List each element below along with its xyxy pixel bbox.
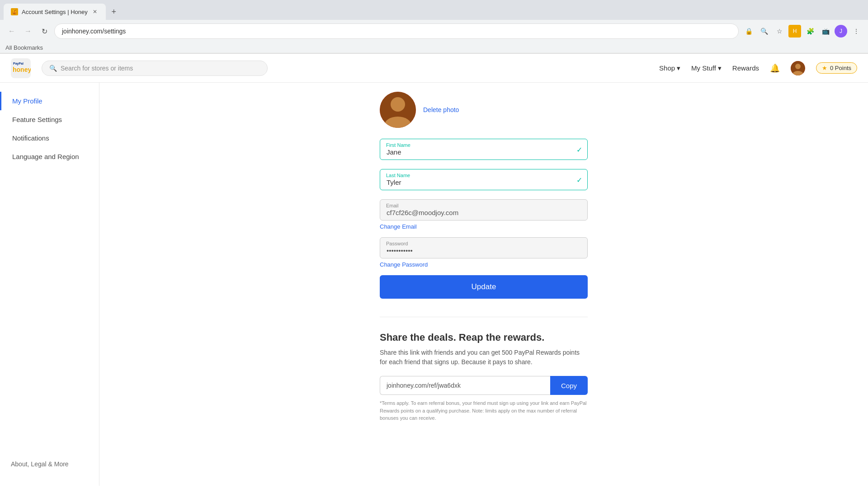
change-email-link[interactable]: Change Email <box>380 223 588 230</box>
last-name-input[interactable] <box>380 169 588 190</box>
sidebar-item-label: Language and Region <box>12 153 79 160</box>
nav-links: Shop ▾ My Stuff ▾ Rewards 🔔 ★ 0 Points <box>659 61 857 75</box>
tab-favicon: 🍯 <box>11 8 18 15</box>
section-divider <box>380 317 588 317</box>
sidebar-item-language-region[interactable]: Language and Region <box>0 147 99 166</box>
user-avatar[interactable] <box>791 61 805 75</box>
rewards-label: Rewards <box>732 64 759 72</box>
sidebar: My Profile Feature Settings Notification… <box>0 83 99 486</box>
sidebar-item-feature-settings[interactable]: Feature Settings <box>0 110 99 129</box>
first-name-check-icon: ✓ <box>576 145 582 154</box>
menu-icon[interactable]: ⋮ <box>850 25 863 38</box>
points-label: 0 Points <box>830 65 851 71</box>
sidebar-item-label: Feature Settings <box>12 116 62 123</box>
back-button[interactable]: ← <box>5 25 18 38</box>
mystuff-nav-link[interactable]: My Stuff ▾ <box>691 64 722 72</box>
zoom-icon[interactable]: 🔍 <box>758 25 770 38</box>
avatar-image <box>791 61 805 75</box>
copy-button[interactable]: Copy <box>550 376 588 395</box>
bookmark-star-icon[interactable]: ☆ <box>773 25 786 38</box>
extensions-icon[interactable]: 🧩 <box>804 25 816 38</box>
shop-chevron-icon: ▾ <box>677 64 680 72</box>
top-nav: PayPal honey 🔍 Search for stores or item… <box>0 54 868 83</box>
sidebar-item-label: My Profile <box>12 97 42 105</box>
sidebar-nav: My Profile Feature Settings Notification… <box>0 92 99 451</box>
email-input[interactable] <box>380 199 588 221</box>
last-name-field: Last Name ✓ <box>380 169 588 190</box>
content-area: Delete photo First Name ✓ Last Name ✓ <box>99 83 868 486</box>
referral-description: Share this link with friends and you can… <box>380 348 588 367</box>
shop-label: Shop <box>659 64 675 72</box>
url-text: joinhoney.com/settings <box>62 28 731 35</box>
chrome-profile-icon[interactable]: J <box>835 25 847 38</box>
logo[interactable]: PayPal honey <box>11 58 31 78</box>
photo-section: Delete photo <box>380 92 588 128</box>
sidebar-item-notifications[interactable]: Notifications <box>0 129 99 147</box>
toolbar-icons: 🔒 🔍 ☆ H 🧩 📺 J ⋮ <box>742 25 863 38</box>
sidebar-item-label: Notifications <box>12 134 49 142</box>
sidebar-bottom: About, Legal & More <box>0 451 99 477</box>
lock-icon[interactable]: 🔒 <box>742 25 755 38</box>
svg-text:PayPal: PayPal <box>13 62 24 66</box>
bookmarks-label[interactable]: All Bookmarks <box>5 44 43 51</box>
browser-chrome: 🍯 Account Settings | Honey ✕ + ← → ↻ joi… <box>0 0 868 54</box>
sidebar-item-my-profile[interactable]: My Profile <box>0 92 99 110</box>
rewards-nav-link[interactable]: Rewards <box>732 64 759 72</box>
profile-photo <box>380 92 416 128</box>
delete-photo-link[interactable]: Delete photo <box>423 106 459 113</box>
first-name-field: First Name ✓ <box>380 139 588 160</box>
logo-svg: PayPal honey <box>11 58 31 78</box>
bookmarks-bar: All Bookmarks <box>0 42 868 53</box>
referral-terms: *Terms apply. To earn referral bonus, yo… <box>380 399 588 422</box>
update-button[interactable]: Update <box>380 275 588 299</box>
profile-photo-image <box>380 92 416 128</box>
svg-text:honey: honey <box>13 66 31 73</box>
app-container: PayPal honey 🔍 Search for stores or item… <box>0 54 868 486</box>
search-placeholder: Search for stores or items <box>61 65 133 72</box>
search-icon: 🔍 <box>49 65 57 72</box>
tab-bar: 🍯 Account Settings | Honey ✕ + <box>0 0 868 20</box>
search-bar[interactable]: 🔍 Search for stores or items <box>42 61 268 76</box>
address-bar[interactable]: joinhoney.com/settings <box>54 23 739 39</box>
last-name-check-icon: ✓ <box>576 175 582 184</box>
referral-link-input[interactable] <box>380 376 550 395</box>
reload-button[interactable]: ↻ <box>38 25 51 38</box>
points-star-icon: ★ <box>822 65 827 71</box>
mystuff-label: My Stuff <box>691 64 716 72</box>
browser-toolbar: ← → ↻ joinhoney.com/settings 🔒 🔍 ☆ H 🧩 📺… <box>0 20 868 42</box>
change-password-link[interactable]: Change Password <box>380 261 588 268</box>
main-content: My Profile Feature Settings Notification… <box>0 83 868 486</box>
email-field: Email <box>380 199 588 221</box>
content-inner: Delete photo First Name ✓ Last Name ✓ <box>371 92 597 422</box>
new-tab-button[interactable]: + <box>108 5 120 18</box>
referral-title: Share the deals. Reap the rewards. <box>380 332 588 343</box>
first-name-input[interactable] <box>380 139 588 160</box>
active-tab[interactable]: 🍯 Account Settings | Honey ✕ <box>4 4 106 20</box>
svg-point-7 <box>391 97 405 112</box>
notifications-bell-icon[interactable]: 🔔 <box>770 63 780 73</box>
referral-section: Share the deals. Reap the rewards. Share… <box>380 332 588 422</box>
shop-nav-link[interactable]: Shop ▾ <box>659 64 680 72</box>
mystuff-chevron-icon: ▾ <box>718 64 722 72</box>
referral-input-row: Copy <box>380 376 588 395</box>
password-field: Password <box>380 237 588 258</box>
tab-title: Account Settings | Honey <box>22 9 88 15</box>
points-badge[interactable]: ★ 0 Points <box>816 62 857 74</box>
honey-extension-icon[interactable]: H <box>788 25 801 38</box>
cast-icon[interactable]: 📺 <box>819 25 832 38</box>
sidebar-about-legal[interactable]: About, Legal & More <box>11 457 88 471</box>
svg-point-4 <box>795 64 801 69</box>
password-input[interactable] <box>380 237 588 258</box>
tab-close-button[interactable]: ✕ <box>91 8 99 15</box>
forward-button[interactable]: → <box>22 25 34 38</box>
